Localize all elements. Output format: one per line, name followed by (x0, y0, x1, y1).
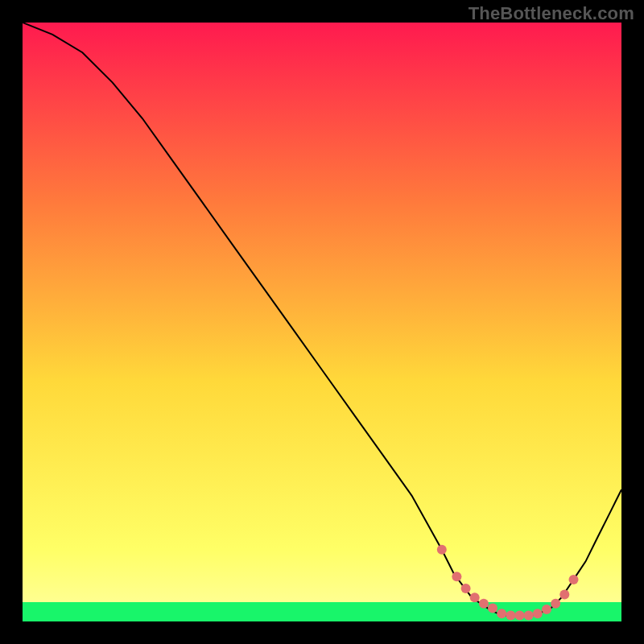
gradient-background (23, 23, 621, 621)
highlight-point (470, 592, 480, 602)
highlight-point (559, 590, 569, 600)
highlight-point (497, 609, 506, 618)
chart-container: TheBottleneck.com (0, 0, 644, 644)
highlight-point (551, 599, 560, 609)
highlight-point (524, 611, 534, 621)
highlight-point (569, 575, 579, 584)
highlight-point (542, 605, 551, 614)
highlight-point (506, 611, 515, 621)
plot-area (23, 23, 621, 621)
highlight-point (515, 611, 525, 621)
highlight-point (479, 599, 489, 609)
watermark: TheBottleneck.com (469, 3, 634, 24)
highlight-point (461, 584, 471, 593)
highlight-point (452, 572, 461, 581)
chart-svg (23, 23, 621, 621)
highlight-point (533, 609, 543, 618)
highlight-point (488, 604, 497, 613)
highlight-point (437, 545, 447, 555)
